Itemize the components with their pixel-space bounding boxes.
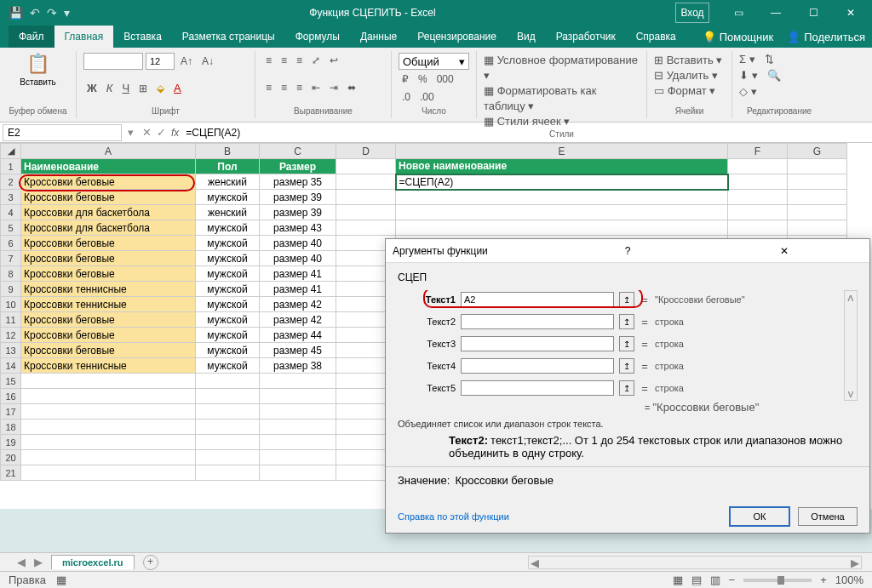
row-21[interactable]: 21 [1,465,21,481]
increase-font-icon[interactable]: A↑ [177,54,196,69]
sheet-tab-1[interactable]: microexcel.ru [51,555,135,569]
fill-icon[interactable]: ⬇ ▾ [739,69,758,82]
format-cells-button[interactable]: ▭ Формат ▾ [654,83,725,99]
italic-icon[interactable]: К [103,80,117,96]
cell-c8[interactable]: размер 41 [260,266,336,282]
cell-a11[interactable]: Кроссовки беговые [21,312,196,328]
qat-dropdown-icon[interactable]: ▾ [64,6,70,20]
percent-icon[interactable]: % [415,71,431,87]
cell-g2[interactable] [788,174,847,190]
cell-c13[interactable]: размер 45 [260,343,336,358]
ok-button[interactable]: ОК [730,507,789,526]
cell-styles-button[interactable]: ▦ Стили ячеек ▾ [484,114,640,129]
insert-cells-button[interactable]: ⊞ Вставить ▾ [654,53,725,68]
col-f[interactable]: F [728,144,788,159]
merge-icon[interactable]: ⬌ [344,80,359,95]
dialog-help-icon[interactable]: ? [549,245,706,257]
cell-e2[interactable]: =СЦЕП(A2) [396,174,728,190]
cell-b1[interactable]: Пол [196,159,260,174]
arg3-refedit-icon[interactable]: ↥ [619,336,634,351]
row-3[interactable]: 3 [1,190,21,205]
save-icon[interactable]: 💾 [9,6,23,20]
cell-b3[interactable]: мужской [196,190,260,205]
enter-formula-icon[interactable]: ✓ [157,126,166,139]
row-8[interactable]: 8 [1,266,21,282]
login-button[interactable]: Вход [675,3,709,23]
zoom-level[interactable]: 100% [835,574,863,586]
cell-c2[interactable]: размер 35 [260,174,336,190]
fill-color-icon[interactable]: ⬙ [153,81,168,96]
cell-f1[interactable] [728,159,788,174]
cell-b2[interactable]: женский [196,174,260,190]
arg2-input[interactable] [461,314,614,329]
row-18[interactable]: 18 [1,420,21,435]
arg1-input[interactable] [461,292,614,307]
autosum-icon[interactable]: Σ ▾ [739,53,755,66]
format-as-table-button[interactable]: ▦ Форматировать как таблицу ▾ [484,83,640,114]
sort-filter-icon[interactable]: ⇅ [765,53,774,66]
cell-f2[interactable] [728,174,788,190]
cell-c14[interactable]: размер 38 [260,358,336,374]
indent-inc-icon[interactable]: ⇥ [326,80,341,95]
tab-layout[interactable]: Разметка страницы [172,26,285,48]
cell-c10[interactable]: размер 42 [260,297,336,312]
row-11[interactable]: 11 [1,312,21,328]
wrap-icon[interactable]: ↩ [326,53,341,68]
tab-help[interactable]: Справка [626,26,686,48]
row-5[interactable]: 5 [1,220,21,236]
minimize-icon[interactable]: — [759,3,793,23]
comma-icon[interactable]: 000 [433,71,457,87]
tab-file[interactable]: Файл [9,26,54,48]
row-4[interactable]: 4 [1,205,21,220]
cell-b6[interactable]: мужской [196,236,260,251]
cell-b10[interactable]: мужской [196,297,260,312]
zoom-in-icon[interactable]: + [820,574,827,586]
arg1-refedit-icon[interactable]: ↥ [619,292,634,307]
view-layout-icon[interactable]: ▤ [691,574,702,586]
col-b[interactable]: B [196,144,260,159]
arg5-input[interactable] [461,380,614,396]
cell-d2[interactable] [336,174,396,190]
arg4-refedit-icon[interactable]: ↥ [619,358,634,374]
cell-c7[interactable]: размер 40 [260,251,336,266]
row-7[interactable]: 7 [1,251,21,266]
border-icon[interactable]: ⊞ [135,81,151,96]
name-box[interactable] [3,124,122,141]
underline-icon[interactable]: Ч [118,80,133,96]
cell-c5[interactable]: размер 43 [260,220,336,236]
cell-a10[interactable]: Кроссовки теннисные [21,297,196,312]
cell-a3[interactable]: Кроссовки беговые [21,190,196,205]
tell-me[interactable]: 💡Помощник [696,26,781,48]
find-icon[interactable]: 🔍 [767,69,781,82]
tab-nav-prev-icon[interactable]: ◀ [17,556,26,568]
tab-data[interactable]: Данные [350,26,407,48]
cell-b8[interactable]: мужской [196,266,260,282]
align-bot-icon[interactable]: ≡ [293,53,306,68]
redo-icon[interactable]: ↷ [47,6,57,20]
cell-b5[interactable]: мужской [196,220,260,236]
cell-a13[interactable]: Кроссовки беговые [21,343,196,358]
cell-c6[interactable]: размер 40 [260,236,336,251]
col-a[interactable]: A [21,144,196,159]
arg5-refedit-icon[interactable]: ↥ [619,380,634,396]
cancel-button[interactable]: Отмена [798,507,858,526]
bold-icon[interactable]: Ж [83,80,100,96]
tab-home[interactable]: Главная [54,26,114,48]
cell-c12[interactable]: размер 44 [260,328,336,343]
cell-a14[interactable]: Кроссовки теннисные [21,358,196,374]
tab-developer[interactable]: Разработчик [546,26,626,48]
row-19[interactable]: 19 [1,435,21,450]
cell-c1[interactable]: Размер [260,159,336,174]
row-13[interactable]: 13 [1,343,21,358]
tab-formulas[interactable]: Формулы [285,26,350,48]
align-mid-icon[interactable]: ≡ [278,53,290,68]
cell-e1[interactable]: Новое наименование [396,159,728,174]
arg2-refedit-icon[interactable]: ↥ [619,314,634,329]
cell-b7[interactable]: мужской [196,251,260,266]
tab-nav-next-icon[interactable]: ▶ [34,556,43,568]
col-e[interactable]: E [396,144,728,159]
cell-c3[interactable]: размер 39 [260,190,336,205]
cell-a4[interactable]: Кроссовки для баскетбола [21,205,196,220]
cell-b9[interactable]: мужской [196,282,260,297]
orientation-icon[interactable]: ⤢ [308,53,324,68]
